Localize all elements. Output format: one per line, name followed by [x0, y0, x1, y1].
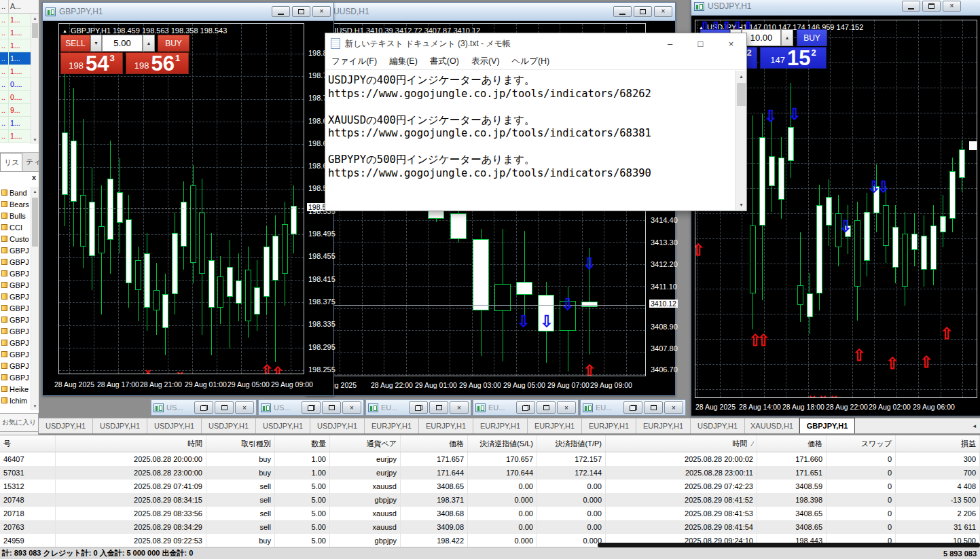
chart-tab-usdjpy-h1[interactable]: USDJPY,H1	[691, 418, 745, 433]
navigator-item-gbpj[interactable]: GBPJ	[0, 268, 31, 279]
chart-tab-usdjpy-h1[interactable]: USDJPY,H1	[202, 418, 256, 433]
market-watch-row[interactable]: ..1....	[0, 65, 31, 78]
navigator-item-heike[interactable]: Heike	[0, 383, 31, 395]
minimize-button[interactable]	[272, 6, 290, 17]
navigator-item-gbpj[interactable]: GBPJ	[0, 325, 31, 337]
tab-tick[interactable]: ティ	[22, 153, 39, 171]
market-watch-row[interactable]: ..0....	[0, 78, 31, 91]
volume-input[interactable]: 10.00	[742, 29, 781, 46]
minimized-window[interactable]: EU...×	[365, 399, 471, 416]
chart-tab-usdjpy-h1[interactable]: USDJPY,H1	[147, 418, 202, 433]
navigator-item-gbpj[interactable]: GBPJ	[0, 372, 31, 383]
navigator-item-cci[interactable]: CCI	[0, 221, 31, 233]
chart-tab-eurjpy-h1[interactable]: EURJPY,H1	[582, 418, 636, 433]
minimized-window[interactable]: US...×	[258, 399, 364, 416]
maximize-button[interactable]	[634, 6, 652, 17]
table-column-header[interactable]: スワップ	[827, 435, 896, 452]
tab-scroll-left-icon[interactable]: ◂	[973, 422, 976, 429]
sell-price-display[interactable]: 198543	[60, 52, 123, 74]
menu-item[interactable]: 編集(E)	[383, 56, 424, 67]
window-xauusd-titlebar[interactable]: XAUUSD,H1 ×	[306, 3, 675, 21]
scroll-down-icon[interactable]: ▼	[31, 401, 39, 410]
window-usdjpy-titlebar[interactable]: USDJPY,H1 ×	[691, 0, 980, 16]
minimized-window[interactable]: US...×	[151, 399, 257, 416]
scroll-up-icon[interactable]: ▲	[31, 187, 39, 196]
scroll-up-icon[interactable]: ▲	[736, 71, 747, 82]
table-row[interactable]: 153122025.08.29 07:41:09sell5.00xauusd34…	[0, 480, 980, 493]
menu-item[interactable]: ヘルプ(H)	[506, 56, 556, 67]
close-icon[interactable]: ×	[664, 401, 683, 414]
maximize-button[interactable]: □	[685, 33, 716, 54]
restore-button[interactable]	[409, 401, 428, 414]
chart-tab-gbpjpy-h1[interactable]: GBPJPY,H1	[799, 418, 855, 433]
window-gbpjpy-titlebar[interactable]: GBPJPY,H1 ×	[43, 3, 333, 21]
navigator-item-gbpj[interactable]: GBPJ	[0, 360, 31, 372]
horizontal-scrollbar[interactable]	[598, 543, 980, 547]
close-icon[interactable]: x	[32, 173, 36, 181]
minimized-window[interactable]: EU...×	[580, 399, 686, 416]
maximize-button[interactable]	[644, 401, 663, 414]
tab-list[interactable]: リスト	[0, 153, 22, 171]
maximize-button[interactable]	[322, 401, 341, 414]
close-icon[interactable]: ×	[312, 6, 331, 17]
chart-tab-eurjpy-h1[interactable]: EURJPY,H1	[473, 418, 528, 433]
maximize-button[interactable]	[922, 1, 941, 12]
notepad-scrollbar[interactable]: ▲ ▼	[735, 71, 746, 210]
buy-price-display[interactable]: 147152	[760, 47, 827, 69]
table-row[interactable]: 570312025.08.28 23:00:00buy1.00eurjpy171…	[0, 466, 980, 480]
chart-tab-usdjpy-h1[interactable]: USDJPY,H1	[39, 418, 93, 433]
scrollbar-thumb[interactable]	[737, 83, 746, 106]
navigator-item-gbpj[interactable]: GBPJ	[0, 348, 31, 360]
close-icon[interactable]: ×	[716, 33, 746, 54]
table-column-header[interactable]: 号	[0, 435, 56, 452]
maximize-button[interactable]	[292, 6, 310, 17]
table-column-header[interactable]: 決済指値(T/P)	[537, 435, 606, 452]
navigator-item-gbpj[interactable]: GBPJ	[0, 302, 31, 314]
maximize-button[interactable]	[429, 401, 448, 414]
market-watch-row[interactable]: ..1...	[0, 117, 31, 130]
sell-button[interactable]: SELL	[60, 35, 90, 52]
close-icon[interactable]: ×	[557, 401, 576, 414]
notepad-text-area[interactable]: USDJPYの400円インジケーターあります。https://www.gogoj…	[325, 71, 735, 210]
market-watch-row[interactable]: ..1....	[0, 130, 31, 143]
volume-dropdown-button[interactable]: ▾	[90, 35, 102, 52]
menu-item[interactable]: 表示(V)	[465, 56, 506, 67]
gbpjpy-chart-plot[interactable]: ▲GBPJPY,H1 198.459 198.563 198.358 198.5…	[58, 23, 304, 374]
close-icon[interactable]: ×	[450, 401, 469, 414]
market-watch-row[interactable]: ..1...	[0, 52, 31, 65]
chart-tab-eurjpy-h1[interactable]: EURJPY,H1	[365, 418, 419, 433]
chart-tab-usdjpy-h1[interactable]: USDJPY,H1	[310, 418, 365, 433]
navigator-item-bulls[interactable]: Bulls	[0, 210, 31, 221]
table-column-header[interactable]: 通貨ペア	[330, 435, 401, 452]
minimize-button[interactable]	[613, 6, 632, 17]
table-column-header[interactable]: 時間∕	[606, 435, 757, 452]
table-row[interactable]: 207182025.08.29 08:33:56sell5.00xauusd34…	[0, 507, 980, 520]
market-watch-row[interactable]: ..1...	[0, 39, 31, 52]
navigator-item-gbpj[interactable]: GBPJ	[0, 245, 31, 256]
notepad-titlebar[interactable]: 新しいテキスト ドキュメント (3).txt - メモ帳 – □ ×	[325, 33, 746, 54]
menu-item[interactable]: 書式(O)	[424, 56, 465, 67]
navigator-item-custo[interactable]: Custo	[0, 233, 31, 245]
table-row[interactable]: 207632025.08.29 08:34:29sell5.00xauusd34…	[0, 520, 980, 534]
restore-button[interactable]	[516, 401, 535, 414]
chart-tab-usdjpy-h1[interactable]: USDJPY,H1	[93, 418, 147, 433]
table-column-header[interactable]: 時間	[56, 435, 206, 452]
chart-tab-eurjpy-h1[interactable]: EURJPY,H1	[528, 418, 582, 433]
table-column-header[interactable]: 価格	[401, 435, 468, 452]
restore-button[interactable]	[194, 401, 213, 414]
collapse-arrow-icon[interactable]: ▲	[62, 29, 67, 33]
restore-button[interactable]	[302, 401, 321, 414]
chart-tab-eurjpy-h1[interactable]: EURJPY,H1	[636, 418, 691, 433]
navigator-scrollbar[interactable]: ▲ ▼	[31, 187, 39, 410]
close-icon[interactable]: ×	[342, 401, 361, 414]
navigator-item-ichim[interactable]: Ichim	[0, 395, 31, 406]
navigator-item-gbpj[interactable]: GBPJ	[0, 256, 31, 268]
maximize-button[interactable]	[537, 401, 556, 414]
volume-input[interactable]: 5.00	[102, 35, 143, 52]
market-watch-row[interactable]: ..1....	[0, 26, 31, 39]
chart-tab-eurjpy-h1[interactable]: EURJPY,H1	[419, 418, 473, 433]
navigator-item-gbpj[interactable]: GBPJ	[0, 291, 31, 302]
market-watch-row[interactable]: ..9...	[0, 104, 31, 117]
maximize-button[interactable]	[215, 401, 234, 414]
close-icon[interactable]: ×	[943, 1, 961, 12]
